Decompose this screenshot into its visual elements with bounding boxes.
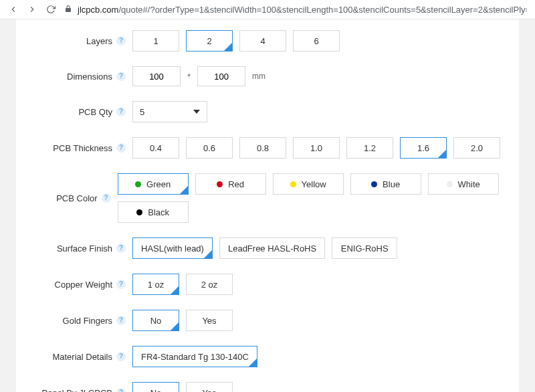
help-icon[interactable]: ? — [116, 107, 126, 116]
panel-option[interactable]: Yes — [186, 382, 233, 392]
color-option[interactable]: Green — [118, 173, 189, 195]
help-icon[interactable]: ? — [116, 243, 126, 253]
copper-weight-option[interactable]: 1 oz — [132, 274, 179, 295]
label-color: PCB Color — [56, 193, 97, 203]
panel-option[interactable]: No — [132, 382, 179, 392]
chevron-down-icon — [193, 110, 200, 114]
url-path: /quote#/?orderType=1&stencilWidth=100&st… — [118, 5, 527, 15]
thickness-option[interactable]: 2.0 — [453, 137, 500, 159]
row-surface-finish: Surface Finish ? HASL(with lead)LeadFree… — [32, 237, 503, 259]
row-pcb-qty: PCB Qty ? 5 — [32, 101, 503, 122]
row-panel: Panel By JLCPCB ? NoYes — [32, 382, 503, 392]
layers-option[interactable]: 6 — [293, 30, 340, 52]
url-host: jlcpcb.com — [78, 5, 118, 15]
help-icon[interactable]: ? — [116, 143, 126, 153]
label-dimensions: Dimensions — [67, 72, 112, 82]
option-label: Green — [146, 179, 171, 189]
label-panel: Panel By JLCPCB — [42, 388, 113, 393]
address-bar[interactable]: jlcpcb.com/quote#/?orderType=1&stencilWi… — [64, 5, 527, 15]
surface-finish-option[interactable]: ENIG-RoHS — [332, 237, 397, 259]
thickness-options: 0.40.60.81.01.21.62.0 — [132, 137, 500, 159]
forward-button[interactable] — [27, 4, 37, 15]
material-details-option[interactable]: FR4-Standard Tg 130-140C — [132, 346, 257, 367]
thickness-option[interactable]: 1.0 — [293, 137, 340, 159]
row-gold-fingers: Gold Fingers ? NoYes — [32, 310, 503, 331]
material-details-options: FR4-Standard Tg 130-140C — [132, 346, 257, 367]
layers-option[interactable]: 1 — [132, 30, 179, 52]
color-swatch-icon — [135, 181, 141, 187]
help-icon[interactable]: ? — [116, 352, 126, 361]
label-thickness: PCB Thickness — [53, 143, 112, 153]
row-material-details: Material Details ? FR4-Standard Tg 130-1… — [32, 346, 503, 367]
back-button[interactable] — [8, 4, 19, 15]
row-layers: Layers ? 1246 — [32, 30, 503, 52]
gold-fingers-option[interactable]: Yes — [186, 310, 233, 331]
help-icon[interactable]: ? — [116, 280, 126, 289]
surface-finish-options: HASL(with lead)LeadFree HASL-RoHSENIG-Ro… — [132, 237, 397, 259]
pcb-qty-value: 5 — [140, 107, 144, 117]
option-label: Yellow — [302, 179, 326, 189]
color-option[interactable]: Red — [195, 173, 266, 195]
thickness-option[interactable]: 1.2 — [346, 137, 393, 159]
thickness-option[interactable]: 0.6 — [186, 137, 233, 159]
gold-fingers-option[interactable]: No — [132, 310, 179, 331]
color-swatch-icon — [290, 181, 296, 187]
dimension-width-input[interactable] — [132, 66, 181, 86]
panel-options: NoYes — [132, 382, 233, 392]
help-icon[interactable]: ? — [116, 316, 126, 325]
color-swatch-icon — [217, 181, 223, 187]
dimension-multiply: * — [183, 72, 195, 82]
row-dimensions: Dimensions ? * mm — [32, 66, 503, 86]
color-option[interactable]: Black — [118, 201, 189, 223]
layers-option[interactable]: 2 — [186, 30, 233, 52]
help-icon[interactable]: ? — [102, 193, 111, 203]
thickness-option[interactable]: 1.6 — [400, 137, 447, 159]
help-icon[interactable]: ? — [116, 388, 126, 392]
option-label: Black — [148, 207, 169, 217]
thickness-option[interactable]: 0.8 — [239, 137, 286, 159]
option-label: Red — [228, 179, 244, 189]
label-copper-weight: Copper Weight — [55, 280, 112, 290]
label-surface-finish: Surface Finish — [57, 243, 112, 254]
help-icon[interactable]: ? — [116, 36, 126, 45]
row-color: PCB Color ? GreenRedYellowBlueWhiteBlack — [32, 173, 503, 223]
color-swatch-icon — [371, 181, 377, 187]
label-pcb-qty: PCB Qty — [78, 107, 112, 117]
layers-option[interactable]: 4 — [239, 30, 286, 52]
color-option[interactable]: White — [428, 173, 499, 195]
row-thickness: PCB Thickness ? 0.40.60.81.01.21.62.0 — [32, 137, 503, 159]
label-material-details: Material Details — [52, 352, 112, 362]
thickness-option[interactable]: 0.4 — [132, 137, 179, 159]
color-option[interactable]: Yellow — [273, 173, 344, 195]
copper-weight-options: 1 oz2 oz — [132, 274, 233, 295]
label-gold-fingers: Gold Fingers — [63, 316, 112, 326]
color-option[interactable]: Blue — [350, 173, 421, 195]
label-layers: Layers — [86, 36, 112, 46]
row-copper-weight: Copper Weight ? 1 oz2 oz — [32, 274, 503, 295]
reload-button[interactable] — [45, 4, 56, 15]
surface-finish-option[interactable]: HASL(with lead) — [132, 237, 213, 259]
color-options: GreenRedYellowBlueWhiteBlack — [118, 173, 503, 223]
copper-weight-option[interactable]: 2 oz — [186, 274, 233, 295]
dimension-height-input[interactable] — [197, 66, 245, 86]
browser-chrome: jlcpcb.com/quote#/?orderType=1&stencilWi… — [0, 0, 535, 19]
color-swatch-icon — [447, 181, 453, 187]
layers-options: 1246 — [132, 30, 340, 52]
pcb-quote-form: Layers ? 1246 Dimensions ? * mm PCB Qty … — [16, 19, 519, 392]
pcb-qty-select[interactable]: 5 — [132, 101, 207, 122]
surface-finish-option[interactable]: LeadFree HASL-RoHS — [219, 237, 325, 259]
color-swatch-icon — [136, 209, 142, 215]
lock-icon — [64, 5, 72, 15]
option-label: White — [458, 179, 480, 189]
option-label: Blue — [383, 179, 400, 189]
help-icon[interactable]: ? — [116, 72, 126, 81]
gold-fingers-options: NoYes — [132, 310, 233, 331]
dimension-unit: mm — [248, 72, 265, 81]
